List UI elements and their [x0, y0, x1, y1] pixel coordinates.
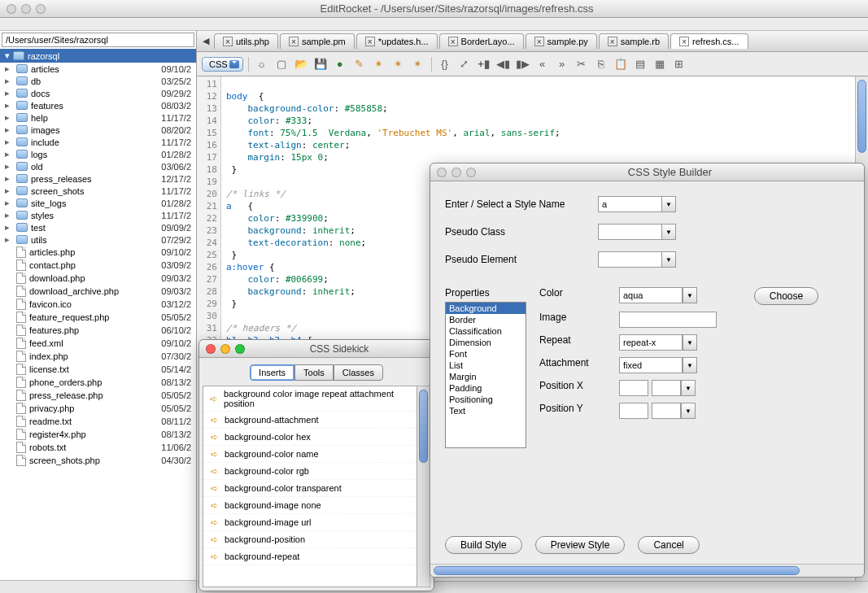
- sidekick-item[interactable]: ➪background-position: [203, 531, 417, 548]
- tree-file-row[interactable]: download_archive.php09/03/2: [0, 285, 196, 298]
- choose-button[interactable]: Choose: [754, 287, 818, 305]
- close-tab-icon[interactable]: ×: [448, 37, 458, 46]
- property-category-item[interactable]: Background: [446, 303, 526, 314]
- close-tab-icon[interactable]: ×: [365, 37, 375, 46]
- bookmark-next-icon[interactable]: ▮▶: [515, 56, 531, 72]
- tree-folder-row[interactable]: ▸help11/17/2: [0, 111, 196, 124]
- tree-file-row[interactable]: feature_request.php05/05/2: [0, 311, 196, 324]
- tree-file-row[interactable]: contact.php03/09/2: [0, 259, 196, 272]
- tree-file-row[interactable]: readme.txt08/11/2: [0, 415, 196, 428]
- tree-folder-row[interactable]: ▸images08/20/2: [0, 124, 196, 136]
- tree-file-row[interactable]: robots.txt11/06/2: [0, 441, 196, 454]
- zoom-icon[interactable]: [235, 344, 245, 354]
- tree-file-row[interactable]: phone_orders.php08/13/2: [0, 376, 196, 389]
- chevron-down-icon[interactable]: ▼: [661, 196, 676, 212]
- property-category-list[interactable]: BackgroundBorderClassificationDimensionF…: [445, 302, 526, 448]
- posx-unit-combo[interactable]: ▼: [652, 380, 696, 396]
- tab-scroll-left-icon[interactable]: ◀: [198, 34, 213, 49]
- tree-file-row[interactable]: favicon.ico03/12/2: [0, 298, 196, 311]
- globe-icon[interactable]: ●: [332, 56, 348, 72]
- repeat-combo[interactable]: ▼: [619, 334, 748, 351]
- tree-file-row[interactable]: screen_shots.php04/30/2: [0, 454, 196, 467]
- tree-file-row[interactable]: feed.xml09/10/2: [0, 337, 196, 350]
- wand-icon[interactable]: ✎: [351, 56, 368, 72]
- document-tab[interactable]: ×sample.rb: [599, 33, 669, 49]
- tree-file-row[interactable]: register4x.php08/13/2: [0, 428, 196, 441]
- tree-folder-row[interactable]: ▸screen_shots11/17/2: [0, 185, 196, 197]
- sidekick-item[interactable]: ➪background-color rgb: [203, 463, 417, 480]
- build-style-button[interactable]: Build Style: [445, 536, 522, 554]
- chevron-down-icon[interactable]: ▼: [661, 224, 676, 240]
- tree-folder-row[interactable]: ▸include11/17/2: [0, 136, 196, 148]
- path-input[interactable]: [2, 33, 194, 47]
- chevron-down-icon[interactable]: ▼: [661, 251, 676, 268]
- zoom-window-icon[interactable]: [36, 4, 46, 14]
- tree-folder-row[interactable]: ▸press_releases12/17/2: [0, 172, 196, 185]
- chevron-down-icon[interactable]: ▼: [683, 357, 697, 373]
- sidekick-item[interactable]: ➪background-image url: [203, 514, 417, 531]
- bookmark-prev-icon[interactable]: ◀▮: [495, 56, 512, 72]
- minimize-icon[interactable]: [220, 344, 230, 354]
- document-tab[interactable]: ×sample.pm: [280, 33, 355, 49]
- clipboard-icon[interactable]: ▤: [632, 56, 648, 72]
- chevron-down-icon[interactable]: ▼: [683, 334, 697, 351]
- cancel-button[interactable]: Cancel: [638, 536, 699, 554]
- goto-icon[interactable]: ✴: [410, 56, 426, 72]
- tree-file-row[interactable]: privacy.php05/05/2: [0, 402, 196, 415]
- document-tab[interactable]: ×sample.py: [526, 33, 597, 49]
- language-select[interactable]: CSS: [202, 57, 243, 72]
- sidebar-hscrollbar[interactable]: [0, 580, 196, 593]
- tree-folder-row[interactable]: ▸docs09/29/2: [0, 87, 196, 99]
- tree-folder-row[interactable]: ▸logs01/28/2: [0, 148, 196, 160]
- sidekick-item[interactable]: ➪background-color hex: [203, 429, 417, 446]
- zoom-icon[interactable]: [466, 168, 476, 177]
- tree-file-row[interactable]: download.php09/03/2: [0, 272, 196, 285]
- close-tab-icon[interactable]: ×: [223, 37, 233, 46]
- tree-file-row[interactable]: license.txt05/14/2: [0, 363, 196, 376]
- posy-input[interactable]: [619, 403, 648, 419]
- close-tab-icon[interactable]: ×: [679, 37, 689, 46]
- sidekick-icon[interactable]: ☼: [254, 56, 270, 72]
- expand-icon[interactable]: ⤢: [456, 56, 473, 72]
- sidekick-tab[interactable]: Inserts: [250, 364, 294, 381]
- tree-folder-row[interactable]: ▸utils07/29/2: [0, 233, 196, 246]
- find-icon[interactable]: ✴: [371, 56, 387, 72]
- tree-file-row[interactable]: features.php06/10/2: [0, 324, 196, 337]
- sidekick-titlebar[interactable]: CSS Sidekick: [199, 340, 434, 358]
- sidekick-item[interactable]: ➪background-attachment: [203, 412, 417, 429]
- tree-folder-row[interactable]: ▸features08/03/2: [0, 99, 196, 111]
- chevron-down-icon[interactable]: ▼: [681, 380, 696, 396]
- indent-right-icon[interactable]: »: [554, 56, 570, 72]
- tree-folder-row[interactable]: ▸old03/06/2: [0, 160, 196, 172]
- paste-icon[interactable]: 📋: [613, 56, 629, 72]
- open-file-icon[interactable]: 📂: [293, 56, 309, 72]
- sidekick-item[interactable]: ➪background-repeat: [203, 548, 417, 565]
- document-tab[interactable]: ×BorderLayo...: [439, 33, 524, 49]
- minimize-window-icon[interactable]: [21, 4, 31, 14]
- property-category-item[interactable]: List: [446, 360, 526, 371]
- sidekick-tab[interactable]: Classes: [334, 364, 383, 381]
- validate-icon[interactable]: ▦: [652, 56, 668, 72]
- tree-folder-row[interactable]: ▸test09/09/2: [0, 221, 196, 233]
- document-tab[interactable]: ×*updates.h...: [356, 33, 438, 49]
- property-category-item[interactable]: Text: [446, 405, 526, 416]
- tree-folder-row[interactable]: ▸styles11/17/2: [0, 209, 196, 221]
- attachment-combo[interactable]: ▼: [619, 357, 748, 373]
- replace-icon[interactable]: ✴: [390, 56, 407, 72]
- chevron-down-icon[interactable]: ▼: [681, 403, 696, 419]
- property-category-item[interactable]: Dimension: [446, 337, 526, 348]
- posy-unit-combo[interactable]: ▼: [652, 403, 696, 419]
- tree-folder-row[interactable]: ▸db03/25/2: [0, 75, 196, 87]
- new-file-icon[interactable]: ▢: [273, 56, 290, 72]
- close-tab-icon[interactable]: ×: [289, 37, 299, 46]
- close-icon[interactable]: [206, 344, 216, 354]
- color-combo[interactable]: ▼: [619, 287, 748, 305]
- sidekick-item[interactable]: ➪background-image none: [203, 497, 417, 514]
- document-tab[interactable]: ×refresh.cs...: [670, 33, 748, 49]
- style-name-combo[interactable]: ▼: [598, 196, 676, 212]
- copy-icon[interactable]: ⎘: [593, 56, 609, 72]
- property-category-item[interactable]: Classification: [446, 325, 526, 337]
- preview-style-button[interactable]: Preview Style: [535, 536, 626, 554]
- sidekick-item[interactable]: ➪background-color transparent: [203, 480, 417, 497]
- property-category-item[interactable]: Border: [446, 314, 526, 325]
